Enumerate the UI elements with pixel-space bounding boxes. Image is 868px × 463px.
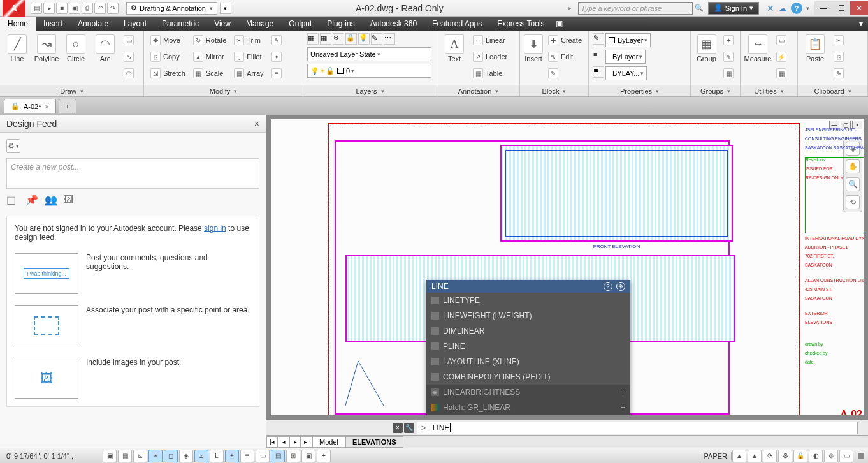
close-button[interactable]: ✕	[850, 1, 868, 15]
plot-icon[interactable]: ⎙	[82, 3, 93, 14]
cmd-linetype[interactable]: LINETYPE	[426, 293, 630, 308]
tab-layout[interactable]: Layout	[116, 17, 154, 31]
cmd-pedit[interactable]: COMBINEPOLYLINES (PEDIT)	[426, 369, 630, 385]
signin-link[interactable]: sign in	[204, 224, 226, 233]
area-tool-icon[interactable]: ◫	[6, 194, 19, 207]
ann-vis-icon[interactable]: ▲	[748, 450, 762, 462]
tab-annotate[interactable]: Annotate	[70, 17, 116, 31]
minimize-button[interactable]: —	[814, 1, 832, 15]
infocenter-search-input[interactable]: Type a keyword or phrase	[578, 2, 693, 15]
clean-icon[interactable]: ▭	[839, 450, 853, 462]
lweight-dropdown[interactable]: BYLAY...	[605, 66, 647, 80]
tb-icon[interactable]: +	[317, 450, 331, 462]
selectall-button[interactable]: ▦	[774, 66, 789, 80]
rect-button[interactable]: ▭	[121, 33, 136, 47]
new-tab-button[interactable]: +	[59, 99, 76, 113]
tab-manage[interactable]: Manage	[238, 17, 281, 31]
tab-express[interactable]: Express Tools	[489, 17, 552, 31]
cmdline-close-icon[interactable]: ×	[393, 423, 403, 433]
offset-button[interactable]: ≡	[269, 66, 284, 80]
layermore-icon[interactable]: ⋯	[384, 33, 395, 45]
panel-annotation-title[interactable]: Annotation	[437, 85, 519, 96]
ltype-icon[interactable]: ≡	[593, 50, 604, 61]
spline-button[interactable]: ∿	[121, 50, 136, 64]
matchprop-icon[interactable]: ✎	[593, 33, 604, 45]
tab-insert[interactable]: Insert	[36, 17, 70, 31]
lweight-icon[interactable]: ≣	[593, 66, 604, 78]
exchange-icon[interactable]: ✕	[767, 3, 774, 13]
cmd-dimlinear[interactable]: DIMLINEAR	[426, 323, 630, 339]
save-icon[interactable]: ■	[56, 3, 68, 14]
layerfrz-icon[interactable]: ❄	[333, 33, 344, 45]
tab-output[interactable]: Output	[281, 17, 319, 31]
design-feed-close-icon[interactable]: ×	[254, 119, 259, 129]
a360-icon[interactable]: ☁	[778, 3, 787, 13]
resize-grip-icon[interactable]	[858, 453, 864, 459]
people-tool-icon[interactable]: 👥	[45, 194, 57, 207]
ribbon-minimize-icon[interactable]: ▾	[854, 17, 868, 31]
create-post-input[interactable]: Create a new post...	[6, 158, 259, 189]
ellipse-button[interactable]: ⬭	[121, 66, 136, 80]
tab-featured[interactable]: Featured Apps	[424, 17, 489, 31]
lt-next-icon[interactable]: ▸	[289, 436, 301, 448]
polyline-button[interactable]: ↝Polyline	[33, 33, 60, 62]
stretch-button[interactable]: ⇲Stretch	[148, 66, 188, 80]
grid-icon[interactable]: ▦	[118, 450, 132, 462]
qat-customize-icon[interactable]: ▾	[220, 3, 231, 14]
mirror-button[interactable]: ▲Mirror	[191, 50, 229, 64]
tab-parametric[interactable]: Parametric	[154, 17, 206, 31]
dyn-icon[interactable]: +	[225, 450, 239, 462]
pin-tool-icon[interactable]: 📌	[25, 194, 38, 207]
open-icon[interactable]: ▸	[43, 3, 55, 14]
layer-current-dropdown[interactable]: 💡 ☀ 🔓 0	[307, 64, 431, 78]
otrack-icon[interactable]: ⊿	[194, 450, 208, 462]
measure-button[interactable]: ↔Measure	[744, 33, 771, 62]
copyclip-button[interactable]: ⎘	[831, 50, 846, 64]
osnap-icon[interactable]: ◻	[164, 450, 178, 462]
cmd-pline[interactable]: PLINE	[426, 339, 630, 354]
tab-autodesk360[interactable]: Autodesk 360	[363, 17, 424, 31]
lock-ui-icon[interactable]: 🔒	[793, 450, 807, 462]
lwt-icon[interactable]: ≡	[240, 450, 254, 462]
group-button[interactable]: ▦Group	[695, 33, 718, 62]
qp-icon[interactable]: ▤	[271, 450, 285, 462]
ws-icon[interactable]: ⚙	[778, 450, 792, 462]
panel-layers-title[interactable]: Layers	[303, 85, 437, 96]
help-icon[interactable]: ?	[791, 3, 802, 14]
edit-button[interactable]: ✎Edit	[546, 50, 584, 64]
table-button[interactable]: ▦Table	[470, 66, 510, 80]
tab-plugins[interactable]: Plug-ins	[319, 17, 362, 31]
command-input[interactable]: >_ LINE	[417, 422, 858, 434]
cmd-hatch-grlinear[interactable]: Hatch: GR_LINEAR+	[426, 400, 630, 415]
circle-button[interactable]: ○Circle	[62, 33, 89, 62]
layer-state-dropdown[interactable]: Unsaved Layer State	[307, 47, 431, 61]
iso-icon[interactable]: ⊙	[824, 450, 838, 462]
maximize-button[interactable]: ☐	[832, 1, 850, 15]
panel-modify-title[interactable]: Modify	[144, 85, 303, 96]
ortho-icon[interactable]: ⊾	[133, 450, 147, 462]
groupsel-button[interactable]: ▦	[721, 66, 736, 80]
erase-button[interactable]: ✎	[269, 33, 284, 47]
ungroup-button[interactable]: ✦	[721, 33, 736, 47]
space-toggle[interactable]: PAPER	[700, 452, 732, 460]
lt-last-icon[interactable]: ▸|	[301, 436, 312, 448]
matchclip-button[interactable]: ✎	[831, 66, 846, 80]
saveas-icon[interactable]: ▣	[69, 3, 80, 14]
insert-button[interactable]: ⬇Insert	[524, 33, 543, 62]
layout-elevations[interactable]: ELEVATIONS	[345, 436, 403, 448]
color-dropdown[interactable]: ByLayer	[605, 33, 651, 47]
attr-button[interactable]: ✎	[546, 66, 584, 80]
select-button[interactable]: ▭	[774, 33, 789, 47]
undo-icon[interactable]: ↶	[94, 3, 106, 14]
panel-block-title[interactable]: Block	[520, 85, 588, 96]
leader-button[interactable]: ↗Leader	[470, 50, 510, 64]
3dosnap-icon[interactable]: ◈	[179, 450, 193, 462]
scale-button[interactable]: ▦Scale	[191, 66, 229, 80]
layeroff-icon[interactable]: 💡	[358, 33, 370, 45]
layerprop-icon[interactable]: ▦	[307, 33, 319, 45]
tab-home[interactable]: Home	[0, 17, 36, 31]
workspace-dropdown[interactable]: ⚙ Drafting & Annotation	[126, 2, 217, 15]
layeriso-icon[interactable]: ▦	[320, 33, 331, 45]
line-button[interactable]: ╱Line	[4, 33, 31, 62]
search-trigger-icon[interactable]: ▸	[568, 4, 577, 13]
